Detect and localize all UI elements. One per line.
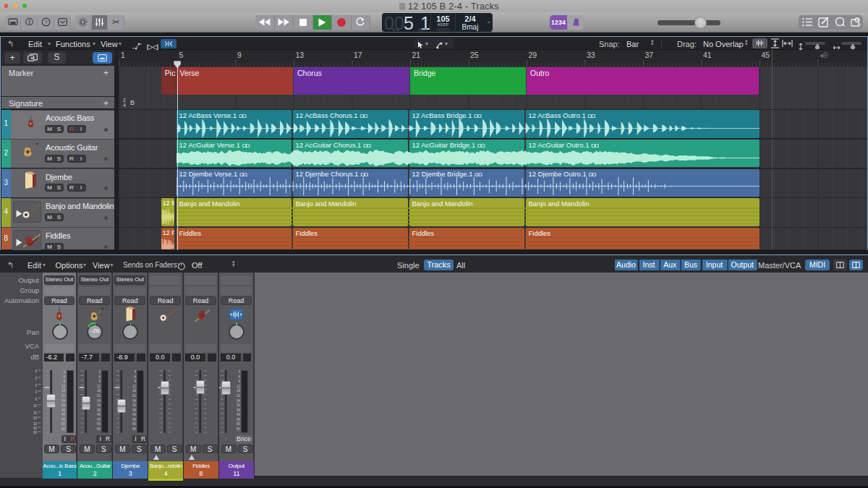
- svg-text:9: 9: [63, 380, 65, 383]
- svg-text:21: 21: [97, 394, 101, 398]
- svg-text:6: 6: [238, 375, 240, 379]
- svg-text:40: 40: [33, 427, 38, 430]
- svg-text:36: 36: [132, 408, 137, 412]
- svg-text:30: 30: [236, 403, 240, 407]
- svg-text:6: 6: [98, 375, 101, 379]
- svg-text:6: 6: [63, 375, 65, 379]
- svg-text:21: 21: [132, 394, 137, 398]
- svg-text:45: 45: [236, 418, 240, 421]
- svg-text:18: 18: [97, 389, 101, 393]
- svg-text:40: 40: [97, 413, 101, 416]
- svg-text:20: 20: [33, 416, 38, 420]
- svg-text:6: 6: [35, 398, 37, 401]
- svg-text:12: 12: [97, 385, 101, 388]
- svg-text:60: 60: [33, 431, 38, 435]
- svg-text:18: 18: [132, 389, 137, 393]
- svg-text:60: 60: [236, 427, 240, 431]
- svg-text:12: 12: [132, 385, 137, 388]
- svg-text:3: 3: [63, 370, 65, 374]
- svg-text:36: 36: [236, 408, 240, 412]
- svg-text:24: 24: [61, 399, 66, 403]
- svg-text:36: 36: [61, 408, 66, 412]
- svg-text:50: 50: [97, 422, 101, 426]
- svg-text:45: 45: [132, 418, 137, 421]
- svg-text:♪: ♪: [858, 21, 861, 27]
- svg-text:12: 12: [236, 385, 240, 388]
- svg-text:60: 60: [61, 427, 66, 431]
- svg-text:50: 50: [236, 422, 240, 426]
- svg-text:12: 12: [61, 385, 66, 388]
- svg-text:15: 15: [33, 411, 38, 415]
- svg-text:21: 21: [236, 394, 240, 398]
- svg-text:30: 30: [132, 403, 137, 407]
- svg-text:60: 60: [132, 427, 137, 431]
- svg-text:40: 40: [61, 413, 66, 416]
- svg-text:40: 40: [236, 413, 240, 416]
- svg-text:30: 30: [61, 403, 66, 407]
- svg-text:6: 6: [134, 375, 136, 379]
- svg-text:30: 30: [33, 422, 38, 426]
- svg-text:3: 3: [134, 370, 136, 374]
- svg-text:24: 24: [97, 399, 101, 403]
- svg-text:6: 6: [35, 369, 37, 373]
- svg-text:21: 21: [61, 394, 66, 398]
- svg-text:9: 9: [98, 380, 101, 383]
- svg-text:60: 60: [97, 427, 101, 431]
- svg-text:3: 3: [98, 370, 101, 374]
- svg-text:50: 50: [132, 422, 137, 426]
- svg-text:45: 45: [97, 418, 101, 421]
- svg-text:3: 3: [35, 390, 37, 394]
- svg-text:3: 3: [238, 370, 240, 374]
- svg-text:30: 30: [97, 403, 101, 407]
- svg-text:24: 24: [132, 399, 137, 403]
- svg-text:24: 24: [236, 399, 240, 403]
- svg-text:?: ?: [44, 20, 48, 26]
- svg-text:40: 40: [132, 413, 137, 416]
- svg-text:18: 18: [236, 389, 240, 393]
- svg-text:45: 45: [61, 418, 66, 421]
- svg-text:50: 50: [61, 422, 66, 426]
- svg-text:9: 9: [134, 380, 136, 383]
- svg-text:9: 9: [238, 380, 240, 383]
- svg-text:10: 10: [33, 404, 38, 408]
- svg-text:3: 3: [35, 377, 37, 380]
- svg-text:36: 36: [97, 408, 101, 412]
- svg-text:18: 18: [61, 389, 66, 393]
- svg-text:0: 0: [35, 384, 37, 388]
